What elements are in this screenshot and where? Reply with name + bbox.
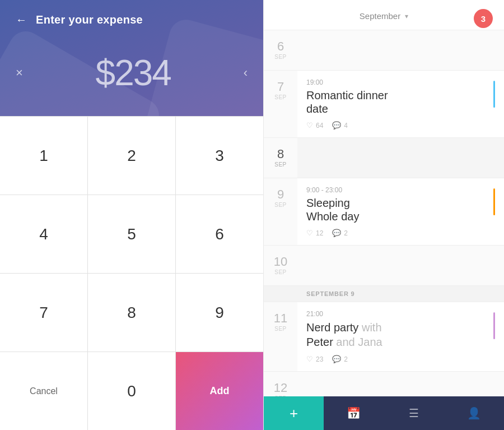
comment-count-9: 2 [344, 229, 348, 237]
add-button[interactable]: Add [176, 352, 263, 430]
date-row-12: 12 SEP [264, 372, 504, 396]
event-bar-9 [493, 188, 495, 215]
day-num-9: 9 [277, 188, 284, 201]
event-meta-11: ♡ 23 💬 2 [306, 355, 495, 363]
event-likes-11: ♡ 23 [306, 355, 323, 363]
like-count-9: 12 [316, 229, 323, 237]
event-area-10 [297, 246, 504, 285]
day-month-11: SEP [274, 326, 287, 332]
expense-header: ← Enter your expense [0, 0, 263, 35]
day-month-8: SEP [274, 161, 287, 168]
section-header-sep9: SEPTEMBER 9 [264, 286, 504, 302]
nav-calendar-button[interactable]: 📅 [324, 396, 384, 430]
date-label-6: 6 SEP [264, 30, 297, 70]
date-row-7: 7 SEP 19:00 Romantic dinnerdate ♡ 64 💬 4 [264, 71, 504, 138]
date-row-9: 9 SEP 9:00 - 23:00 SleepingWhole day ♡ 1… [264, 178, 504, 246]
heart-icon-11: ♡ [306, 355, 313, 363]
comment-icon: 💬 [332, 121, 341, 130]
day-num-12: 12 [274, 382, 287, 394]
clear-button[interactable]: × [16, 66, 23, 80]
list-icon: ☰ [409, 406, 419, 420]
like-count-7: 64 [316, 122, 323, 130]
event-title-7: Romantic dinnerdate [306, 89, 495, 115]
date-row-11: 11 SEP 21:00 Nerd party with Peter and J… [264, 302, 504, 372]
date-label-8: 8 SEP [264, 138, 297, 178]
event-area-12 [297, 372, 504, 396]
calendar-icon: 📅 [347, 406, 361, 420]
calendar-panel: September ▾ 3 6 SEP 7 SEP 19:00 Romantic… [263, 0, 504, 430]
key-5[interactable]: 5 [88, 195, 175, 273]
back-button[interactable]: ← [16, 13, 27, 26]
event-title-11: Nerd party with Peter and Jana [306, 320, 495, 349]
day-num-7: 7 [277, 81, 284, 93]
keypad: 1 2 3 4 5 6 7 8 9 Cancel 0 Add [0, 116, 263, 430]
cancel-button[interactable]: Cancel [0, 352, 87, 430]
expense-panel: ← Enter your expense × $234 ‹ 1 2 3 4 5 … [0, 0, 263, 430]
day-month-6: SEP [274, 54, 287, 60]
key-9[interactable]: 9 [176, 274, 263, 352]
day-num-8: 8 [277, 148, 284, 160]
comment-count-7: 4 [344, 122, 348, 130]
nerd-party-with: with [358, 321, 381, 334]
calendar-list: 6 SEP 7 SEP 19:00 Romantic dinnerdate ♡ … [264, 30, 504, 396]
notification-badge[interactable]: 3 [474, 9, 493, 28]
event-time-11: 21:00 [306, 310, 495, 318]
comment-icon-11: 💬 [332, 355, 341, 363]
event-area-7[interactable]: 19:00 Romantic dinnerdate ♡ 64 💬 4 [297, 71, 504, 137]
date-label-9: 9 SEP [264, 178, 297, 245]
event-comments-11: 💬 2 [332, 355, 348, 363]
amount-chevron[interactable]: ‹ [244, 66, 248, 80]
nav-list-button[interactable]: ☰ [384, 396, 444, 430]
expense-title: Enter your expense [36, 13, 143, 26]
event-likes-7: ♡ 64 [306, 121, 323, 130]
event-comments-7: 💬 4 [332, 121, 348, 130]
event-area-11[interactable]: 21:00 Nerd party with Peter and Jana ♡ 2… [297, 302, 504, 371]
heart-icon: ♡ [306, 121, 313, 130]
event-time-9: 9:00 - 23:00 [306, 186, 495, 194]
month-label: September [360, 11, 400, 21]
date-label-7: 7 SEP [264, 71, 297, 137]
event-meta-7: ♡ 64 💬 4 [306, 121, 495, 130]
date-row-6: 6 SEP [264, 30, 504, 71]
key-4[interactable]: 4 [0, 195, 87, 273]
bottom-nav: + 📅 ☰ 👤 [264, 396, 504, 430]
key-1[interactable]: 1 [0, 117, 87, 195]
nav-profile-button[interactable]: 👤 [444, 396, 504, 430]
amount-row: × $234 ‹ [0, 35, 263, 116]
day-num-10: 10 [274, 256, 287, 268]
chevron-down-icon: ▾ [405, 12, 408, 20]
event-comments-9: 💬 2 [332, 229, 348, 237]
event-area-9[interactable]: 9:00 - 23:00 SleepingWhole day ♡ 12 💬 2 [297, 178, 504, 245]
nerd-party-bold: Nerd party [306, 321, 358, 334]
like-count-11: 23 [316, 355, 323, 363]
key-2[interactable]: 2 [88, 117, 175, 195]
event-area-6 [297, 30, 504, 70]
event-bar-11 [493, 312, 495, 339]
key-7[interactable]: 7 [0, 274, 87, 352]
day-month-9: SEP [274, 202, 287, 208]
event-title-9: SleepingWhole day [306, 196, 495, 223]
calendar-header: September ▾ 3 [264, 0, 504, 30]
key-0[interactable]: 0 [88, 352, 175, 430]
profile-icon: 👤 [467, 406, 481, 420]
event-time-7: 19:00 [306, 78, 495, 86]
event-area-8 [297, 138, 504, 178]
event-likes-9: ♡ 12 [306, 229, 323, 237]
date-label-10: 10 SEP [264, 246, 297, 285]
key-8[interactable]: 8 [88, 274, 175, 352]
amount-display: $234 [23, 52, 244, 94]
nerd-party-and: and [333, 336, 358, 348]
date-row-10: 10 SEP [264, 246, 504, 286]
date-label-11: 11 SEP [264, 302, 297, 371]
comment-count-11: 2 [344, 355, 348, 363]
key-3[interactable]: 3 [176, 117, 263, 195]
key-6[interactable]: 6 [176, 195, 263, 273]
add-icon: + [290, 405, 298, 422]
comment-icon-9: 💬 [332, 229, 341, 237]
nerd-party-jana: Jana [358, 336, 382, 348]
nerd-party-peter: Peter [306, 336, 333, 348]
month-selector[interactable]: September ▾ [360, 11, 408, 21]
event-meta-9: ♡ 12 💬 2 [306, 229, 495, 237]
nav-add-button[interactable]: + [264, 396, 324, 430]
day-month-10: SEP [274, 269, 287, 275]
